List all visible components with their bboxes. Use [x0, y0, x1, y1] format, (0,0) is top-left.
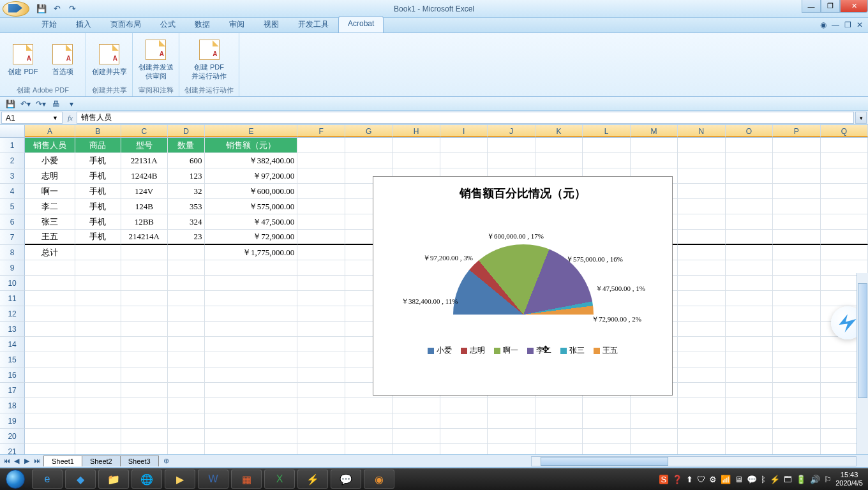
cell[interactable]: 王五 [25, 230, 75, 245]
cell[interactable] [297, 444, 345, 454]
ribbon-tab[interactable]: 插入 [66, 16, 101, 33]
cell[interactable]: 手机 [75, 214, 122, 230]
restore-window-icon[interactable]: ❐ [844, 20, 851, 29]
cell[interactable]: 手机 [75, 153, 122, 168]
cell[interactable]: 啊一 [25, 184, 75, 199]
print-icon[interactable]: 🖶 [50, 98, 63, 110]
task-app-icon[interactable]: ◉ [364, 470, 394, 489]
cell[interactable] [121, 352, 168, 368]
cell[interactable] [773, 337, 820, 352]
cell[interactable] [773, 383, 820, 398]
cell[interactable] [773, 245, 820, 260]
cell[interactable] [121, 337, 168, 352]
cell[interactable] [168, 245, 206, 260]
close-button[interactable]: ✕ [840, 0, 868, 13]
tray-icon[interactable]: ⚙ [709, 475, 717, 484]
cell[interactable]: 型号 [121, 138, 168, 153]
cell[interactable] [773, 352, 820, 368]
cell[interactable] [773, 230, 820, 245]
cell[interactable] [678, 230, 725, 245]
row-header[interactable]: 13 [0, 322, 25, 337]
next-sheet-icon[interactable]: ▶ [22, 457, 32, 465]
cell[interactable] [535, 153, 583, 168]
cell[interactable] [75, 413, 122, 429]
cell[interactable] [773, 291, 820, 306]
cell[interactable] [631, 413, 678, 429]
cell[interactable] [25, 276, 75, 291]
cell[interactable] [631, 153, 678, 168]
cell[interactable]: 小爱 [25, 153, 75, 168]
ribbon-tab[interactable]: 数据 [185, 16, 220, 33]
column-header[interactable]: H [393, 125, 440, 137]
cell[interactable]: 123 [168, 168, 206, 184]
cell[interactable] [821, 199, 868, 214]
redo-icon[interactable]: ↷▾ [34, 98, 47, 110]
cell[interactable] [121, 322, 168, 337]
legend-item[interactable]: 小爱 [428, 345, 452, 356]
cell[interactable] [440, 153, 488, 168]
cell[interactable] [726, 230, 773, 245]
cell[interactable] [773, 276, 820, 291]
cell[interactable] [678, 322, 725, 337]
column-header[interactable]: E [205, 125, 297, 137]
cell[interactable] [583, 398, 630, 413]
cell[interactable] [75, 337, 122, 352]
cell[interactable] [678, 337, 725, 352]
row-header[interactable]: 17 [0, 383, 25, 398]
legend-item[interactable]: 啊一 [494, 345, 518, 356]
cell[interactable] [821, 153, 868, 168]
cell[interactable]: 数量 [168, 138, 206, 153]
cell[interactable] [121, 398, 168, 413]
cell[interactable] [726, 413, 773, 429]
last-sheet-icon[interactable]: ⏭ [32, 457, 42, 465]
new-sheet-icon[interactable]: ⊕ [161, 457, 172, 465]
cell[interactable] [773, 153, 820, 168]
name-box[interactable]: A1 ▼ [1, 112, 63, 124]
undo-icon[interactable]: ↶ [50, 3, 64, 15]
legend-item[interactable]: 王五 [594, 345, 618, 356]
cell[interactable] [393, 153, 440, 168]
cell[interactable] [121, 291, 168, 306]
fx-icon[interactable]: fx [68, 114, 73, 122]
cell[interactable] [345, 398, 393, 413]
cell[interactable] [773, 199, 820, 214]
sheet-tab[interactable]: Sheet1 [43, 456, 82, 466]
cell[interactable] [205, 291, 297, 306]
cell[interactable] [121, 368, 168, 383]
help-icon[interactable]: ◉ [820, 20, 827, 29]
cell[interactable] [121, 444, 168, 454]
tray-battery-icon[interactable]: 🔋 [796, 475, 806, 484]
task-app-icon[interactable]: ◆ [65, 470, 96, 489]
cell[interactable] [773, 398, 820, 413]
start-button[interactable] [0, 468, 31, 490]
cell[interactable] [773, 168, 820, 184]
legend-item[interactable]: 张三 [560, 345, 585, 356]
cell[interactable] [440, 429, 488, 444]
ribbon-tab[interactable]: 页面布局 [101, 16, 151, 33]
cell[interactable] [297, 214, 345, 230]
tray-icon[interactable]: ⚐ [824, 475, 832, 484]
row-header[interactable]: 8 [0, 245, 25, 260]
cell[interactable] [726, 153, 773, 168]
cell[interactable] [631, 444, 678, 454]
cell[interactable] [393, 398, 440, 413]
cell[interactable] [297, 260, 345, 276]
cell[interactable] [678, 276, 725, 291]
cell[interactable] [345, 429, 393, 444]
cell[interactable] [583, 413, 630, 429]
cell[interactable] [297, 398, 345, 413]
cell[interactable] [726, 306, 773, 322]
cell[interactable] [345, 444, 393, 454]
cell[interactable]: 手机 [75, 168, 122, 184]
cell[interactable] [205, 306, 297, 322]
cell[interactable] [75, 291, 122, 306]
task-wechat-icon[interactable]: 💬 [331, 470, 361, 489]
cell[interactable] [773, 260, 820, 276]
row-header[interactable]: 9 [0, 260, 25, 276]
cell[interactable] [25, 429, 75, 444]
cell[interactable] [678, 444, 725, 454]
cell[interactable]: ￥600,000.00 [205, 184, 297, 199]
cell[interactable] [726, 138, 773, 153]
cell[interactable] [75, 429, 122, 444]
cell[interactable] [440, 138, 488, 153]
